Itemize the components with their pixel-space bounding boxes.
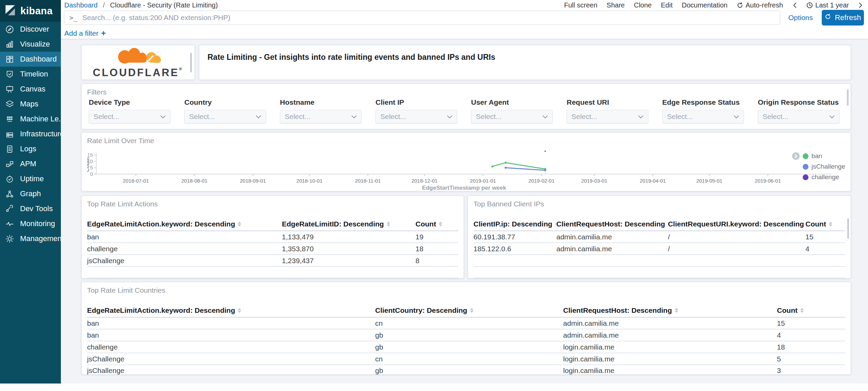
legend-item-challenge[interactable]: challenge — [792, 173, 845, 181]
sidebar-item-label: Monitoring — [20, 219, 55, 228]
sidebar-item-uptime[interactable]: Uptime — [0, 171, 61, 186]
sidebar-item-label: Maps — [20, 100, 38, 108]
column-header[interactable]: EdgeRateLimitAction.keyword: Descending — [87, 306, 375, 314]
table-cell: cn — [375, 319, 563, 327]
filter-select-request-uri[interactable]: Select... — [567, 110, 648, 123]
column-header-label: EdgeRateLimitAction.keyword: Descending — [87, 306, 235, 314]
sidebar-item-label: Management — [20, 234, 64, 243]
sidebar-item-monitoring[interactable]: Monitoring — [0, 216, 61, 231]
chevron-down-icon — [829, 115, 835, 118]
filter-select-device-type[interactable]: Select... — [89, 110, 170, 123]
sidebar-item-discover[interactable]: Discover — [0, 22, 61, 37]
breadcrumb-dashboard-link[interactable]: Dashboard — [64, 1, 98, 9]
sidebar-item-label: Uptime — [20, 174, 44, 183]
column-header[interactable]: Count — [777, 306, 845, 314]
options-link[interactable]: Options — [788, 14, 813, 22]
sidebar-item-dashboard[interactable]: Dashboard — [0, 52, 61, 67]
svg-text:5: 5 — [90, 165, 93, 170]
top-menu-full-screen[interactable]: Full screen — [564, 1, 598, 9]
panel-top-rate-limit-countries: Top Rate Limit Countries EdgeRateLimitAc… — [81, 282, 851, 375]
top-menu-clone[interactable]: Clone — [634, 1, 652, 9]
column-header[interactable]: ClientIP.ip: Descending — [473, 220, 556, 228]
table-cell: 1,239,437 — [282, 257, 416, 265]
sidebar-item-label: Graph — [20, 189, 41, 198]
logs-icon — [5, 144, 14, 154]
column-header[interactable]: ClientRequestHost: Descending — [563, 306, 777, 314]
top-menu-documentation[interactable]: Documentation — [682, 1, 728, 9]
add-filter-button[interactable]: Add a filter + — [64, 29, 106, 38]
panel-description: Rate Limiting - Get insights into rate l… — [199, 45, 851, 80]
legend-collapse-icon[interactable] — [792, 152, 800, 160]
filter-select-hostname[interactable]: Select... — [280, 110, 362, 123]
filter-select-edge-response-status[interactable]: Select... — [662, 110, 744, 123]
table-header-row: EdgeRateLimitAction.keyword: DescendingE… — [87, 218, 458, 231]
table-cell: / — [668, 233, 805, 241]
table-cell: 15 — [805, 233, 845, 241]
time-range-picker[interactable]: Last 1 year — [806, 1, 849, 9]
sidebar-item-apm[interactable]: APM — [0, 156, 61, 171]
time-next-button[interactable] — [858, 2, 863, 8]
sidebar-item-machine-learning[interactable]: Machine Le... — [0, 112, 61, 126]
auto-refresh-button[interactable]: Auto-refresh — [737, 1, 783, 9]
column-header[interactable]: EdgeRateLimitAction.keyword: Descending — [87, 220, 282, 228]
kibana-logo[interactable]: kibana — [0, 0, 61, 22]
filter-group-request-uri: Request URISelect... — [567, 98, 648, 123]
svg-text:2018-08-01: 2018-08-01 — [181, 178, 207, 184]
sidebar-item-visualize[interactable]: Visualize — [0, 37, 61, 52]
table-cell: admin.camilia.me — [563, 331, 777, 339]
time-prev-button[interactable] — [792, 2, 797, 8]
sidebar-item-infrastructure[interactable]: Infrastructure — [0, 126, 61, 141]
refresh-button[interactable]: Refresh — [822, 10, 864, 26]
logo-panel-scrollbar[interactable] — [190, 53, 192, 72]
legend-item-ban[interactable]: ban — [792, 152, 845, 160]
sidebar-item-management[interactable]: Management — [0, 231, 61, 246]
timelion-icon — [5, 70, 14, 79]
search-input[interactable] — [82, 14, 775, 22]
top-menu-share[interactable]: Share — [606, 1, 624, 9]
filter-select-client-ip[interactable]: Select... — [375, 110, 457, 123]
select-placeholder: Select... — [94, 113, 119, 121]
sort-icon — [829, 222, 832, 226]
column-header[interactable]: Count — [805, 220, 845, 228]
filter-group-origin-response-status: Origin Response StatusSelect... — [758, 98, 839, 123]
column-header[interactable]: EdgeRateLimitID: Descending — [282, 220, 416, 228]
breadcrumb-current: Cloudflare - Security (Rate Limiting) — [110, 1, 218, 9]
table-cell: 1,353,870 — [282, 245, 416, 253]
table-row — [473, 255, 845, 267]
cloudflare-logo: CLOUDFLARE® — [82, 45, 195, 80]
sidebar-item-graph[interactable]: Graph — [0, 186, 61, 201]
dashboard-grid-icon — [5, 55, 14, 64]
filters-panel-title: Filters — [87, 88, 106, 96]
sidebar-item-logs[interactable]: Logs — [0, 141, 61, 156]
table-cell: login.camilia.me — [563, 355, 777, 363]
filter-select-user-agent[interactable]: Select... — [471, 110, 553, 123]
column-header[interactable]: ClientRequestURI.keyword: Descending — [668, 220, 805, 228]
sidebar-item-maps[interactable]: Maps — [0, 97, 61, 112]
svg-text:2019-01-01: 2019-01-01 — [470, 178, 496, 184]
chevron-down-icon — [351, 115, 357, 118]
chevron-down-icon — [256, 115, 261, 118]
sidebar-item-timelion[interactable]: Timelion — [0, 67, 61, 82]
column-header[interactable]: ClientRequestHost: Descending — [556, 220, 668, 228]
filter-select-country[interactable]: Select... — [184, 110, 266, 123]
chevron-down-icon — [638, 115, 644, 118]
filter-group-client-ip: Client IPSelect... — [375, 98, 457, 123]
table-cell: admin.camilia.me — [563, 319, 777, 327]
select-placeholder: Select... — [285, 113, 311, 121]
banned-ips-scrollbar[interactable] — [847, 218, 849, 239]
filter-select-origin-response-status[interactable]: Select... — [758, 110, 839, 123]
filters-panel-scrollbar[interactable] — [847, 89, 849, 106]
breadcrumb-separator: / — [103, 1, 105, 9]
filter-label: Client IP — [375, 98, 457, 106]
legend-item-jsChallenge[interactable]: jsChallenge — [792, 163, 845, 170]
filter-group-hostname: HostnameSelect... — [280, 98, 362, 123]
compass-icon — [5, 25, 14, 34]
column-header[interactable]: Count — [416, 220, 458, 228]
sidebar-item-canvas[interactable]: Canvas — [0, 82, 61, 97]
select-placeholder: Select... — [380, 113, 406, 121]
sort-icon — [470, 308, 473, 313]
column-header[interactable]: ClientCountry: Descending — [375, 306, 563, 314]
sidebar-item-dev-tools[interactable]: Dev Tools — [0, 201, 61, 216]
top-menu-edit[interactable]: Edit — [661, 1, 672, 9]
search-box[interactable]: >_ — [64, 11, 780, 25]
